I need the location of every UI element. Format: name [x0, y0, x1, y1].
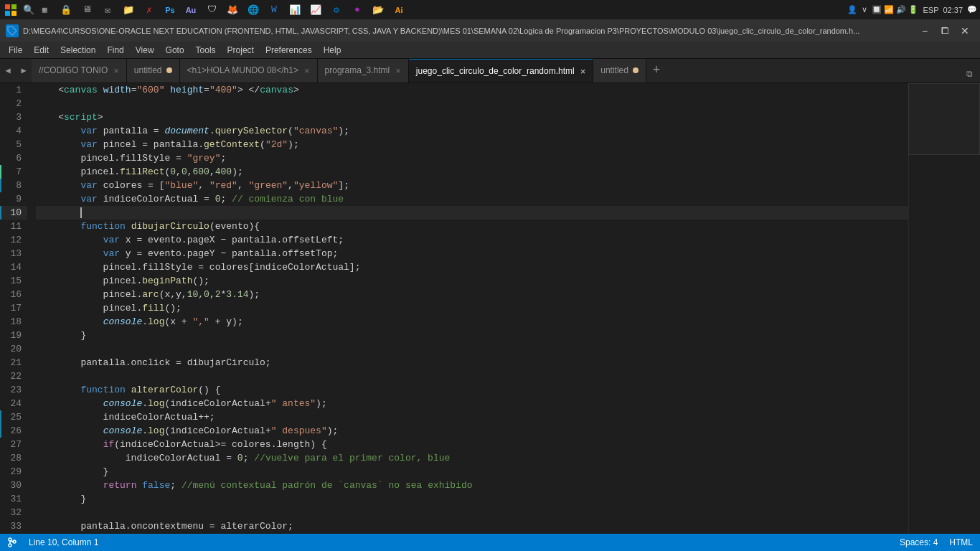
menu-bar: File Edit Selection Find View Goto Tools…	[0, 42, 980, 59]
tab-label: programa_3.html	[325, 65, 390, 75]
tabs-nav-next[interactable]: ▶	[16, 59, 32, 83]
code-line-18: console.log(x + "," + y);	[36, 315, 908, 329]
taskview-icon[interactable]: ▦	[37, 3, 52, 17]
line-num-3: 3	[0, 110, 27, 124]
menu-preferences[interactable]: Preferences	[260, 44, 318, 57]
minimize-button[interactable]: −	[915, 23, 934, 39]
notification-icon[interactable]: 💬	[967, 5, 977, 14]
user-accounts-icon[interactable]: 👤	[847, 5, 857, 14]
code-editor[interactable]: <canvas width="600" height="400"> </canv…	[33, 83, 908, 534]
menu-file[interactable]: File	[3, 44, 28, 57]
tab-untitled-2[interactable]: untitled	[593, 59, 646, 83]
taskbar-folder-icon[interactable]: 📂	[368, 1, 388, 19]
line-num-16: 16	[0, 288, 27, 301]
taskbar-xmark-icon[interactable]: ✗	[139, 1, 159, 19]
code-line-17: pincel.fill();	[36, 301, 908, 315]
code-line-31: }	[36, 492, 908, 506]
code-line-33: pantalla.oncontextmenu = alterarColor;	[36, 519, 908, 533]
menu-help[interactable]: Help	[318, 44, 347, 57]
tab-close-icon[interactable]: ×	[395, 65, 401, 76]
taskbar-purple-icon[interactable]: ●	[347, 1, 367, 19]
cursor-position[interactable]: Line 10, Column 1	[29, 537, 98, 547]
line-num-13: 13	[0, 247, 27, 260]
taskbar-edge-icon[interactable]: 🌐	[243, 1, 263, 19]
clock-label: ESP	[923, 6, 938, 14]
svg-rect-1	[11, 4, 17, 9]
line-num-29: 29	[0, 465, 27, 479]
title-bar: D:\MEGA4\CURSOS\ONE-ORACLE NEXT EDUCATIO…	[0, 20, 980, 42]
code-line-28: indiceColorActual = 0; //vuelve para el …	[36, 451, 908, 465]
menu-edit[interactable]: Edit	[28, 44, 55, 57]
menu-view[interactable]: View	[130, 44, 160, 57]
menu-goto[interactable]: Goto	[160, 44, 190, 57]
tab-juego-active[interactable]: juego_clic_circulo_de_color_random.html …	[409, 59, 593, 83]
maximize-button[interactable]: ⧠	[936, 23, 954, 39]
git-branch-icon[interactable]	[7, 537, 17, 547]
tab-modified-dot	[166, 67, 172, 73]
time-display: 02:37	[943, 6, 963, 14]
taskbar-monitor-icon[interactable]: 🖥	[77, 1, 97, 19]
tab-programa3[interactable]: programa_3.html ×	[318, 59, 409, 83]
tab-close-icon[interactable]: ×	[580, 66, 586, 77]
line-num-10: 10	[0, 206, 27, 220]
line-num-21: 21	[0, 356, 27, 369]
tab-label: //CODIGO TONIO	[39, 65, 108, 75]
code-line-8: var colores = ["blue", "red", "green","y…	[36, 179, 908, 192]
tab-close-icon[interactable]: ×	[304, 65, 310, 76]
line-num-32: 32	[0, 506, 27, 519]
menu-find[interactable]: Find	[101, 44, 129, 57]
code-line-19: }	[36, 329, 908, 342]
taskbar-ai-icon[interactable]: Ai	[389, 1, 409, 19]
tab-codigo-tonio[interactable]: //CODIGO TONIO ×	[32, 59, 127, 83]
svg-rect-0	[5, 4, 10, 9]
taskbar-word-icon[interactable]: W	[264, 1, 284, 19]
system-taskbar: 🔍 ▦ 🔒 🖥 ✉ 📁 ✗ Ps Au 🛡 🦊 🌐 W 📊 📈 ⚙ ● 📂 Ai…	[0, 0, 980, 20]
code-line-23: function alterarColor() {	[36, 383, 908, 397]
line-num-9: 9	[0, 192, 27, 206]
search-icon[interactable]: 🔍	[22, 3, 36, 17]
line-num-24: 24	[0, 397, 27, 410]
code-line-16: pincel.arc(x,y,10,0,2*3.14);	[36, 288, 908, 301]
tab-untitled-1[interactable]: untitled	[127, 59, 180, 83]
code-line-27: if(indiceColorActual>= colores.length) {	[36, 438, 908, 451]
tab-hola-mundo[interactable]: <h1>HOLA MUNDO 08</h1> ×	[180, 59, 318, 83]
line-num-7: 7	[0, 165, 27, 179]
code-line-25: indiceColorActual++;	[36, 410, 908, 424]
code-line-21: pantalla.onclick = dibujarCirculo;	[36, 356, 908, 369]
line-num-27: 27	[0, 438, 27, 451]
chevron-icon: ∨	[862, 5, 867, 14]
svg-rect-2	[5, 11, 10, 16]
code-line-1: <canvas width="600" height="400"> </canv…	[36, 83, 908, 97]
taskbar-vscode-icon[interactable]: ⚙	[326, 1, 347, 19]
line-num-18: 18	[0, 315, 27, 329]
language-mode[interactable]: HTML	[949, 537, 973, 547]
line-num-33: 33	[0, 519, 27, 533]
new-tab-button[interactable]: +	[646, 59, 666, 83]
tab-label: untitled	[134, 65, 162, 75]
taskbar-mail-icon[interactable]: ✉	[98, 1, 118, 19]
taskbar-lock-icon[interactable]: 🔒	[56, 1, 76, 19]
line-num-6: 6	[0, 151, 27, 165]
indentation-info[interactable]: Spaces: 4	[900, 537, 938, 547]
menu-selection[interactable]: Selection	[55, 44, 101, 57]
code-line-20	[36, 342, 908, 356]
tabs-nav-prev[interactable]: ◀	[0, 59, 16, 83]
taskbar-brave-icon[interactable]: 🛡	[202, 1, 222, 19]
start-icon[interactable]	[3, 2, 19, 18]
taskbar-ps-icon[interactable]: Ps	[160, 1, 180, 19]
taskbar-au-icon[interactable]: Au	[181, 1, 201, 19]
taskbar-excel-icon[interactable]: 📈	[306, 1, 326, 19]
line-num-14: 14	[0, 260, 27, 274]
menu-tools[interactable]: Tools	[190, 44, 222, 57]
menu-project[interactable]: Project	[222, 44, 260, 57]
svg-rect-3	[11, 11, 17, 16]
taskbar-files-icon[interactable]: 📁	[118, 1, 138, 19]
code-line-9: var indiceColorActual = 0; // comienza c…	[36, 192, 908, 206]
split-editor-icon[interactable]: ⧉	[961, 67, 977, 83]
code-line-7: pincel.fillRect(0,0,600,400);	[36, 165, 908, 179]
close-button[interactable]: ✕	[956, 23, 974, 39]
taskbar-firefox-icon[interactable]: 🦊	[222, 1, 242, 19]
taskbar-powerpoint-icon[interactable]: 📊	[285, 1, 305, 19]
line-num-23: 23	[0, 383, 27, 397]
tab-close-icon[interactable]: ×	[113, 65, 119, 76]
